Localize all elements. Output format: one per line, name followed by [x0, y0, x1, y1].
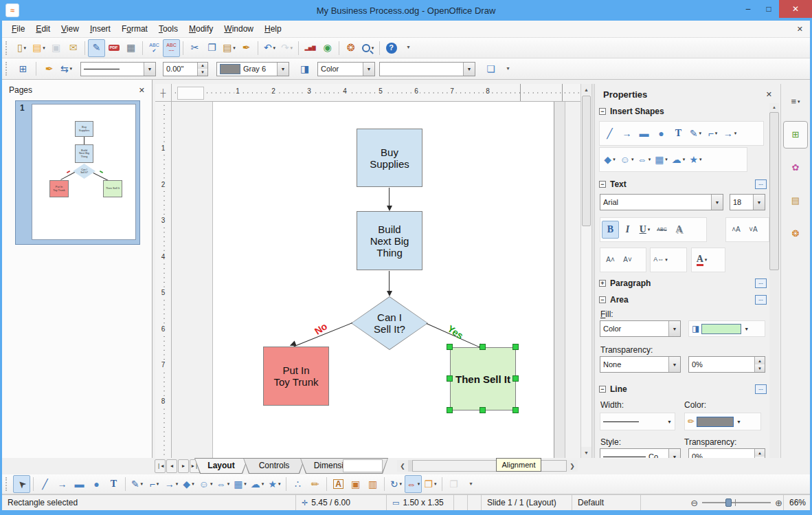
basic-shapes-icon[interactable]: ◆▾ [601, 151, 618, 168]
edit-points-icon[interactable]: ∴ [289, 475, 306, 493]
zoom-in-icon[interactable]: ⊕ [775, 498, 782, 508]
line-tool-icon[interactable]: ✒ [41, 60, 58, 78]
menu-item-tools[interactable]: Tools [153, 22, 183, 36]
star-shapes-icon[interactable]: ★▾ [687, 151, 704, 168]
dialog-launcher-icon[interactable]: … [755, 179, 767, 189]
send-email-icon[interactable]: ✉ [65, 39, 82, 57]
close-button[interactable]: ✕ [779, 0, 812, 18]
flowchart-shapes-icon[interactable]: ▦▾ [653, 151, 670, 168]
shape-buy-supplies[interactable]: Buy Supplies [357, 129, 422, 187]
line-width-spinner[interactable]: 0.00" ▲▼ [163, 62, 208, 76]
line-style-select[interactable]: ▼ [80, 62, 156, 76]
increase-spacing-icon[interactable]: ˄A [728, 221, 745, 239]
next-page-icon[interactable]: ▸ [178, 459, 189, 473]
transparency-spinner[interactable]: 0% ▲▼ [688, 356, 765, 373]
maximize-button[interactable]: □ [758, 0, 779, 18]
callouts-icon[interactable]: ☁▾ [249, 475, 266, 493]
insert-text-icon[interactable]: T [670, 124, 687, 142]
decrease-font-size-icon[interactable]: A˅ [619, 251, 636, 269]
line-width-select[interactable]: ▼ [600, 413, 675, 430]
slide-indicator-cell[interactable]: Slide 1 / 1 (Layout) [482, 495, 572, 510]
connector-line[interactable] [389, 271, 390, 291]
insert-image-icon[interactable]: ▣ [347, 475, 364, 493]
scrollbar-thumb[interactable] [582, 96, 591, 226]
menu-item-format[interactable]: Format [116, 22, 153, 36]
new-document-icon[interactable]: ▯▾ [13, 39, 30, 57]
tab-layout[interactable]: Layout [194, 458, 248, 474]
zoom-icon[interactable]: ▾ [359, 39, 376, 57]
line-color-select[interactable]: Gray 6 ▼ [216, 62, 289, 76]
block-arrows-icon[interactable]: ⇔▾ [214, 475, 232, 493]
chevron-down-icon[interactable]: ▼ [667, 419, 672, 424]
scrollbar-thumb[interactable] [769, 112, 779, 270]
autospellcheck-icon[interactable]: ABC ~~ [163, 39, 180, 57]
callouts-dropdown[interactable]: ▾ [262, 481, 264, 487]
tab-controls[interactable]: Controls [243, 458, 305, 474]
new-document-dropdown[interactable]: ▾ [24, 45, 27, 51]
basic-shapes-dropdown[interactable]: ▾ [192, 481, 194, 487]
edge-label-no[interactable]: No [307, 317, 335, 340]
chevron-down-icon[interactable]: ▼ [277, 63, 289, 76]
symbol-shapes-dropdown[interactable]: ▾ [210, 481, 213, 487]
symbol-shapes-dropdown[interactable]: ▾ [631, 157, 634, 162]
help-icon[interactable]: ? [383, 39, 400, 57]
insert-arrow-icon[interactable]: → [618, 124, 635, 142]
page-thumbnail[interactable]: 1 Buy Supplies Build Next Big Thing Can … [15, 100, 140, 245]
scroll-up-icon[interactable]: ▲ [581, 84, 591, 95]
rectangle-icon[interactable]: ▬ [71, 475, 88, 493]
callout-shapes-dropdown[interactable]: ▾ [683, 157, 686, 162]
connector-line[interactable] [389, 188, 390, 206]
section-insert-shapes[interactable]: − Insert Shapes [599, 105, 767, 118]
decrease-spacing-icon[interactable]: ˅A [745, 221, 762, 239]
panel-scrollbar[interactable]: ▲ ▼ [769, 103, 779, 468]
insert-curve-icon[interactable]: ✎▾ [687, 124, 704, 142]
zoom-dropdown[interactable]: ▾ [372, 45, 374, 51]
collapse-icon[interactable]: − [599, 108, 606, 115]
toolbar-drag-handle[interactable] [5, 62, 10, 76]
collapse-icon[interactable]: − [599, 386, 606, 393]
curve-dropdown[interactable]: ▾ [141, 481, 144, 487]
tab-navigator-icon[interactable]: ❂ [783, 220, 808, 248]
navigator-icon[interactable]: ❂ [342, 39, 359, 57]
flowchart-shapes-dropdown[interactable]: ▾ [665, 157, 668, 162]
format-paintbrush-icon[interactable]: ✒ [238, 39, 255, 57]
underline-dropdown[interactable]: ▾ [648, 227, 651, 232]
insert-chart-icon[interactable]: ▂▅▇ [302, 39, 319, 57]
menu-item-modify[interactable]: Modify [183, 22, 218, 36]
edge-label-yes[interactable]: Yes [442, 320, 470, 344]
selection-handle[interactable] [480, 344, 486, 350]
insert-ellipse-icon[interactable]: ● [653, 124, 670, 142]
toolbar-options-icon[interactable]: ▾ [400, 39, 417, 57]
section-paragraph[interactable]: + Paragraph … [599, 276, 767, 290]
font-color-dropdown[interactable]: ▾ [705, 257, 708, 263]
object-size-cell[interactable]: ▭ 1.50 x 1.35 [387, 495, 454, 510]
character-spacing-dropdown[interactable]: ▾ [665, 257, 668, 263]
arrow-style-icon[interactable]: ⇆▾ [58, 60, 75, 78]
chevron-down-icon[interactable]: ▼ [363, 63, 374, 76]
flowchart-dropdown[interactable]: ▾ [244, 481, 247, 487]
arrow-style-dropdown[interactable]: ▾ [70, 66, 73, 72]
close-icon[interactable]: ✕ [139, 86, 145, 95]
strikethrough-icon[interactable]: ABC [653, 221, 670, 239]
lines-and-arrows-icon[interactable]: →▾ [163, 475, 180, 493]
fill-color-select[interactable]: ▼ [379, 62, 475, 76]
cut-icon[interactable]: ✂ [186, 39, 203, 57]
selection-handle[interactable] [447, 375, 453, 382]
basic-shapes-icon[interactable]: ◆▾ [180, 475, 197, 493]
undo-dropdown[interactable]: ▾ [273, 45, 276, 51]
line-color-select[interactable]: ✏ ▼ [684, 413, 761, 430]
block-arrows-dropdown[interactable]: ▾ [649, 157, 651, 162]
expand-icon[interactable]: + [599, 280, 606, 287]
select-icon[interactable]: ➤ [13, 475, 30, 493]
selection-handle[interactable] [512, 344, 519, 350]
shape-build-next-big-thing[interactable]: Build Next Big Thing [357, 211, 422, 270]
open-folder-dropdown[interactable]: ▾ [43, 45, 45, 51]
undo-icon[interactable]: ↶▾ [261, 39, 278, 57]
alignment-icon[interactable]: ⇔▾ [405, 475, 422, 493]
menu-item-window[interactable]: Window [218, 22, 259, 36]
edit-mode-icon[interactable]: ✎ [88, 39, 105, 57]
insert-rectangle-icon[interactable]: ▬ [635, 124, 653, 142]
flowchart-icon[interactable]: ▦▾ [232, 475, 249, 493]
scroll-down-icon[interactable]: ▼ [581, 447, 591, 458]
selection-handle[interactable] [447, 407, 453, 413]
